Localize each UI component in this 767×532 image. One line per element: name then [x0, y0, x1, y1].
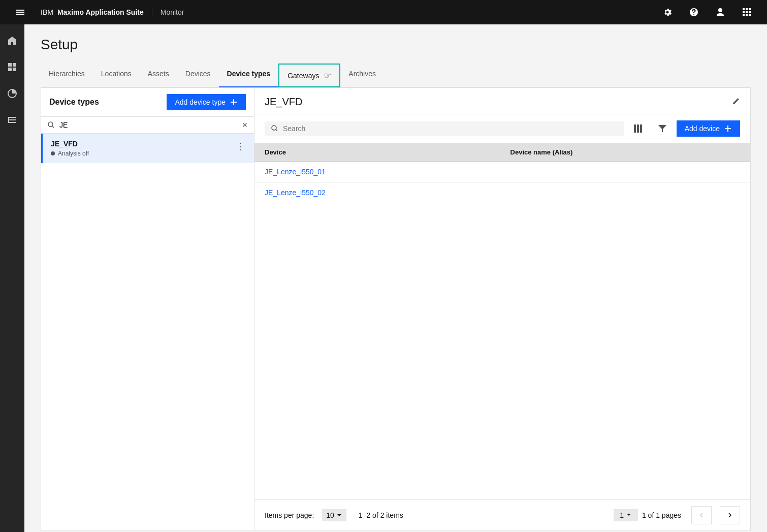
- sidebar-item-analytics[interactable]: [0, 81, 24, 106]
- tab-devices[interactable]: Devices: [177, 64, 219, 87]
- items-per-page-select[interactable]: 10: [322, 509, 346, 521]
- svg-rect-12: [8, 63, 12, 67]
- pagination: Items per page: 10 1–2 of 2 items 1: [254, 499, 750, 530]
- sidebar-item-assets[interactable]: [0, 108, 24, 132]
- tab-gateways[interactable]: Gateways ☞: [278, 64, 340, 87]
- brand-name: IBM: [41, 8, 53, 16]
- top-navigation: IBM Maximo Application Suite Monitor: [0, 0, 767, 24]
- gateways-cursor-icon: ☞: [324, 71, 331, 80]
- left-panel: Device types Add device type ✕ JE: [41, 88, 254, 530]
- tab-hierarchies[interactable]: Hierarchies: [41, 64, 93, 87]
- settings-button[interactable]: [655, 0, 680, 24]
- right-toolbar: Add device: [254, 114, 750, 143]
- right-panel-header: JE_VFD: [254, 88, 750, 114]
- svg-rect-1: [16, 12, 24, 13]
- left-panel-header: Device types Add device type: [41, 88, 254, 117]
- tab-archives[interactable]: Archives: [340, 64, 384, 87]
- svg-rect-0: [16, 10, 24, 11]
- svg-rect-10: [746, 14, 748, 16]
- device-search-input[interactable]: [283, 124, 618, 133]
- svg-rect-8: [749, 11, 751, 13]
- svg-point-21: [48, 122, 53, 127]
- svg-marker-26: [658, 125, 666, 132]
- page-chevron-down-icon: [626, 512, 632, 518]
- device-link-2[interactable]: JE_Lenze_i550_02: [254, 182, 500, 203]
- svg-rect-7: [746, 11, 748, 13]
- sidebar-item-dashboard[interactable]: [0, 55, 24, 79]
- svg-rect-20: [8, 117, 9, 123]
- content-area: Device types Add device type ✕ JE: [41, 87, 751, 531]
- main-content: Setup Hierarchies Locations Assets Devic…: [24, 24, 767, 532]
- nav-divider: [152, 8, 152, 16]
- tab-locations[interactable]: Locations: [93, 64, 140, 87]
- svg-rect-15: [13, 68, 16, 71]
- left-panel-title: Device types: [49, 98, 99, 107]
- svg-rect-23: [634, 124, 636, 133]
- device-type-item-info: JE_VFD Analysis off: [51, 140, 89, 157]
- status-indicator: [51, 151, 55, 155]
- chevron-right-icon: [727, 512, 733, 518]
- device-type-list-item[interactable]: JE_VFD Analysis off ⋮: [41, 134, 254, 163]
- page-number-select[interactable]: 1: [614, 509, 638, 521]
- chevron-left-icon: [698, 512, 705, 518]
- sidebar-item-home[interactable]: [0, 28, 24, 53]
- hamburger-menu-button[interactable]: [8, 0, 33, 24]
- column-alias: Device name (Alias): [500, 143, 750, 162]
- device-table-container: Device Device name (Alias) JE_Lenze_i550…: [254, 143, 750, 499]
- prev-page-button[interactable]: [691, 506, 712, 524]
- help-button[interactable]: [682, 0, 706, 24]
- search-clear-button[interactable]: ✕: [242, 121, 248, 129]
- tab-bar: Hierarchies Locations Assets Devices Dev…: [41, 63, 751, 87]
- svg-rect-9: [743, 14, 745, 16]
- svg-rect-19: [8, 122, 16, 123]
- right-panel: JE_VFD: [254, 88, 750, 530]
- add-device-type-button[interactable]: Add device type: [167, 94, 246, 110]
- svg-rect-2: [16, 14, 24, 15]
- product-name: Monitor: [161, 8, 184, 16]
- page-select: 1 1 of 1 pages: [614, 509, 683, 521]
- tab-assets[interactable]: Assets: [140, 64, 177, 87]
- column-settings-button[interactable]: [628, 118, 648, 139]
- device-alias-1: [500, 162, 750, 182]
- pages-text: 1 of 1 pages: [640, 511, 683, 519]
- svg-rect-6: [743, 11, 745, 13]
- tab-device-types[interactable]: Device types: [219, 64, 279, 87]
- page-title: Setup: [41, 37, 751, 53]
- left-sidebar: [0, 24, 24, 532]
- svg-point-22: [272, 126, 276, 130]
- svg-rect-25: [640, 124, 642, 133]
- svg-rect-11: [749, 14, 751, 16]
- device-type-search-input[interactable]: [59, 121, 238, 129]
- edit-icon[interactable]: [732, 97, 740, 107]
- chevron-down-icon: [336, 512, 342, 518]
- device-search-container: [265, 121, 624, 136]
- device-type-search-bar: ✕: [41, 117, 254, 134]
- svg-rect-24: [637, 124, 639, 133]
- items-per-page-label: Items per page:: [265, 511, 314, 519]
- overflow-menu-button[interactable]: ⋮: [235, 140, 246, 153]
- device-link-1[interactable]: JE_Lenze_i550_01: [254, 162, 500, 182]
- topnav-icon-group: [655, 0, 759, 24]
- svg-rect-5: [749, 8, 751, 10]
- svg-rect-17: [8, 117, 16, 118]
- svg-rect-13: [13, 63, 16, 67]
- items-count: 1–2 of 2 items: [355, 511, 605, 519]
- table-row: JE_Lenze_i550_02: [254, 182, 750, 203]
- user-button[interactable]: [708, 0, 732, 24]
- device-search-icon: [271, 124, 279, 133]
- right-panel-title: JE_VFD: [265, 96, 302, 108]
- app-switcher-button[interactable]: [734, 0, 759, 24]
- add-device-button[interactable]: Add device: [677, 120, 740, 137]
- filter-button[interactable]: [652, 118, 673, 139]
- svg-rect-4: [746, 8, 748, 10]
- svg-rect-18: [8, 119, 16, 120]
- device-table: Device Device name (Alias) JE_Lenze_i550…: [254, 143, 750, 203]
- add-device-plus-icon: [724, 124, 732, 133]
- svg-rect-14: [8, 68, 12, 71]
- brand-logo: IBM Maximo Application Suite: [41, 8, 144, 16]
- next-page-button[interactable]: [720, 506, 740, 524]
- table-row: JE_Lenze_i550_01: [254, 162, 750, 182]
- device-alias-2: [500, 182, 750, 203]
- plus-icon: [230, 98, 238, 106]
- product-full-name: Maximo Application Suite: [57, 8, 144, 16]
